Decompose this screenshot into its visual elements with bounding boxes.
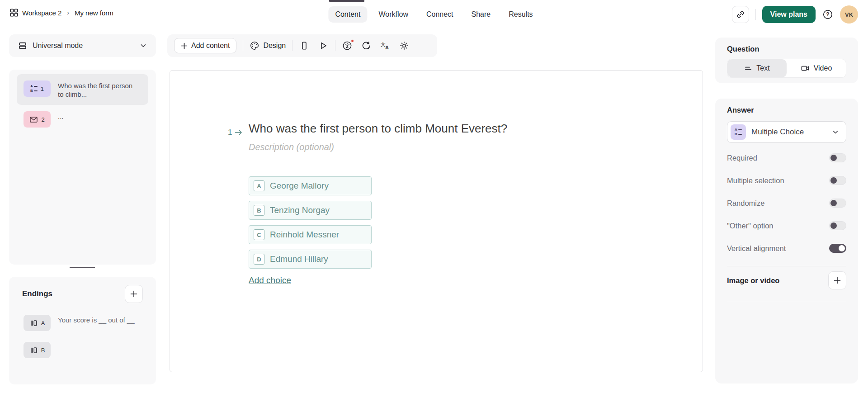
toggle-row-vertical-alignment: Vertical alignment [727,237,846,260]
endings-panel: Endings A Your score is __ out of __ [9,277,156,384]
answer-type-dropdown[interactable]: A B Multiple Choice [727,121,846,143]
plus-icon [181,43,188,49]
breadcrumb-separator: › [66,9,71,16]
question-list-item-2[interactable]: 2 ... [17,105,148,134]
tab-content[interactable]: Content [328,6,367,23]
builder-toolbar: Add content Design [167,34,437,57]
choice-key-badge: B [254,205,264,216]
question-media-switch: Text Video [727,59,846,78]
gear-icon [399,41,409,51]
ending-screen-icon [29,319,38,327]
header-divider [755,9,756,20]
header-right-controls: View plans ? VK [732,5,858,24]
plus-icon [834,277,841,284]
recall-loop-icon [361,41,371,51]
svg-text:?: ? [826,11,829,18]
tab-connect[interactable]: Connect [420,6,460,23]
question-title-input[interactable]: Who was the first person to climb Mount … [249,122,507,136]
translate-icon: 文 A [380,41,390,51]
settings-button[interactable] [399,40,410,51]
question-list-item-title: Who was the first person to climb... [58,80,139,99]
accessibility-icon [342,41,352,51]
mode-selector[interactable]: Universal mode [9,34,156,57]
ending-type-badge: B [24,342,51,358]
form-canvas: 1 Who was the first person to climb Moun… [170,70,703,372]
toggle-row-randomize: Randomize [727,192,846,214]
answer-settings-card: Answer A B Multiple Choice Required Mult… [715,99,858,384]
question-section-title: Question [727,45,846,53]
svg-text:A: A [385,45,389,50]
arrow-right-icon [235,129,242,136]
toolbar-divider [292,40,292,51]
chevron-down-icon [140,42,147,49]
breadcrumb-workspace[interactable]: Workspace 2 [22,9,61,17]
question-list-item-1[interactable]: A B 1 Who was the first person to climb.… [17,74,148,105]
tab-workflow[interactable]: Workflow [372,6,415,23]
multiple-choice-icon: A B [731,124,746,140]
tab-share[interactable]: Share [465,6,498,23]
divider [727,301,846,301]
add-image-or-video-button[interactable] [828,271,846,289]
email-icon [29,115,38,124]
ending-item-b[interactable]: B [17,336,148,364]
question-type-badge: 2 [24,111,51,128]
plus-icon [130,290,137,298]
question-settings-card: Question Text Video [715,38,858,83]
design-button[interactable]: Design [250,41,286,51]
top-edge-artifact [329,0,364,2]
add-choice-link[interactable]: Add choice [249,275,291,285]
mobile-preview-button[interactable] [299,40,310,51]
workspace-grid-icon [10,9,18,17]
copy-link-button[interactable] [732,6,749,23]
question-list-panel: A B 1 Who was the first person to climb.… [9,70,156,265]
main-nav-tabs: Content Workflow Connect Share Results [328,6,539,23]
question-number: 1 [228,128,242,137]
choice-a[interactable]: A George Mallory [249,176,372,195]
choice-key-badge: A [254,180,264,191]
other-option-toggle[interactable] [829,221,846,230]
link-icon [736,10,745,19]
chevron-down-icon [832,128,839,136]
accessibility-button[interactable] [342,40,353,51]
choice-b[interactable]: B Tenzing Norgay [249,201,372,220]
segment-video[interactable]: Video [787,59,846,77]
panel-resize-handle[interactable] [70,267,95,268]
vertical-alignment-toggle[interactable] [829,244,846,253]
question-type-badge: A B 1 [24,80,51,97]
image-section-label: Image or video [727,276,779,285]
answer-section-title: Answer [727,106,846,114]
form-title[interactable]: My new form [75,9,113,17]
preview-button[interactable] [318,40,329,51]
required-toggle[interactable] [829,153,846,162]
add-ending-button[interactable] [125,285,143,303]
ending-screen-icon [29,346,38,355]
mode-selector-label: Universal mode [33,42,83,50]
question-description-input[interactable]: Description (optional) [249,142,334,152]
phone-icon [300,41,309,50]
segment-text[interactable]: Text [727,59,787,77]
ending-item-a[interactable]: A Your score is __ out of __ [17,309,148,336]
play-icon [319,41,328,50]
recall-information-button[interactable] [361,40,372,51]
help-icon: ? [822,9,833,20]
universal-mode-icon [18,41,27,50]
image-or-video-row: Image or video [727,266,846,294]
choice-c[interactable]: C Reinhold Messner [249,225,372,244]
translate-button[interactable]: 文 A [380,40,391,51]
help-button[interactable]: ? [822,9,834,20]
avatar[interactable]: VK [840,5,858,24]
randomize-toggle[interactable] [829,199,846,208]
notification-dot [351,39,354,43]
choice-key-badge: D [254,254,264,265]
tab-results[interactable]: Results [502,6,539,23]
video-camera-icon [801,64,810,73]
add-content-button[interactable]: Add content [174,38,236,53]
multiple-selection-toggle[interactable] [829,176,846,185]
endings-title: Endings [22,289,52,298]
choice-list: A George Mallory B Tenzing Norgay C Rein… [249,176,372,269]
choice-d[interactable]: D Edmund Hillary [249,250,372,269]
view-plans-button[interactable]: View plans [762,6,816,23]
ending-type-badge: A [24,315,51,331]
toggle-row-required: Required [727,147,846,169]
answer-toggle-list: Required Multiple selection Randomize "O… [727,147,846,260]
